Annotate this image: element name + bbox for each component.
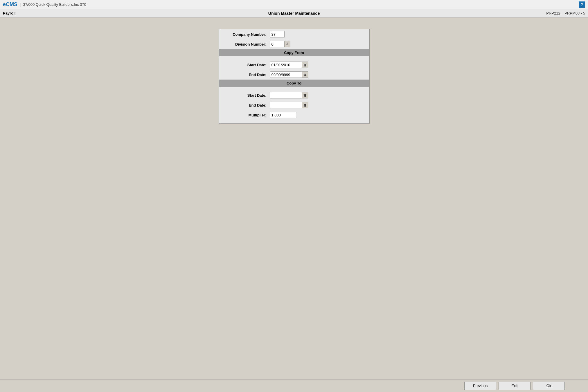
company-number-label: Company Number:	[224, 32, 270, 37]
division-wrapper: <	[270, 41, 290, 47]
copy-to-end-date-calendar-button[interactable]: ▦	[302, 102, 308, 108]
ok-button[interactable]: Ok	[533, 382, 565, 390]
copy-to-start-date-input[interactable]	[270, 92, 302, 98]
bottom-bar: Previous Exit Ok	[0, 379, 588, 392]
copy-from-start-date-input[interactable]	[270, 62, 302, 68]
division-number-row: Division Number: <	[219, 39, 369, 49]
page-title: Union Master Maintenance	[268, 11, 320, 16]
top-bar-separator: |	[20, 2, 21, 7]
top-bar: eCMS | 37/000 Quick Quality Builders,Inc…	[0, 0, 588, 9]
copy-from-start-date-label: Start Date:	[224, 63, 270, 67]
copy-from-end-date-label: End Date:	[224, 73, 270, 77]
copy-to-start-date-row: Start Date: ▦	[219, 90, 369, 100]
copy-to-start-date-wrapper: ▦	[270, 92, 308, 98]
division-arrow-button[interactable]: <	[285, 41, 290, 47]
company-number-input[interactable]	[270, 31, 285, 37]
copy-from-start-date-row: Start Date: ▦	[219, 60, 369, 70]
copy-from-end-date-input[interactable]	[270, 71, 302, 78]
form-panel: Company Number: Division Number: < Copy …	[219, 29, 370, 124]
multiplier-input[interactable]	[270, 112, 296, 118]
copy-to-header: Copy To	[219, 80, 369, 87]
copy-from-end-date-row: End Date: ▦	[219, 70, 369, 80]
module-codes: PRP212 PRPM08 - 5	[546, 11, 585, 15]
top-bar-info: 37/000 Quick Quality Builders,Inc 370	[23, 2, 86, 7]
copy-to-end-date-label: End Date:	[224, 103, 270, 107]
copy-to-start-date-calendar-button[interactable]: ▦	[302, 92, 308, 98]
copy-from-start-date-wrapper: ▦	[270, 62, 308, 68]
module-name: Payroll	[3, 11, 15, 15]
app-logo: eCMS	[3, 1, 17, 8]
help-button[interactable]: ?	[579, 1, 585, 8]
copy-to-start-date-label: Start Date:	[224, 93, 270, 98]
exit-button[interactable]: Exit	[499, 382, 531, 390]
division-number-label: Division Number:	[224, 42, 270, 46]
module-bar: Payroll Union Master Maintenance PRP212 …	[0, 9, 588, 17]
copy-to-end-date-input[interactable]	[270, 102, 302, 108]
previous-button[interactable]: Previous	[464, 382, 496, 390]
copy-from-end-date-wrapper: ▦	[270, 71, 308, 78]
copy-to-end-date-wrapper: ▦	[270, 102, 308, 108]
multiplier-row: Multiplier:	[219, 110, 369, 120]
main-content: Company Number: Division Number: < Copy …	[0, 17, 588, 379]
copy-to-end-date-row: End Date: ▦	[219, 100, 369, 110]
division-number-input[interactable]	[270, 41, 285, 47]
copy-from-header: Copy From	[219, 49, 369, 56]
copy-from-end-date-calendar-button[interactable]: ▦	[302, 71, 308, 78]
copy-from-start-date-calendar-button[interactable]: ▦	[302, 62, 308, 68]
company-number-row: Company Number:	[219, 29, 369, 39]
multiplier-label: Multiplier:	[224, 113, 270, 117]
